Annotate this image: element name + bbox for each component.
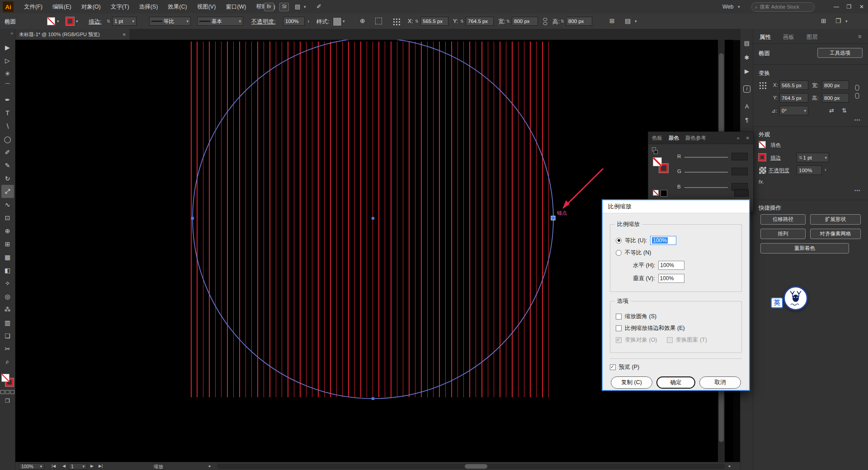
fx-button[interactable]: fx. [759, 179, 764, 184]
tab-color[interactable]: 颜色 [669, 135, 679, 141]
brush-icon[interactable]: ✐ [316, 0, 321, 14]
spectrum-swatch[interactable] [734, 189, 749, 197]
x-stepper-icon[interactable]: ⇅ [415, 19, 418, 24]
zoom-tool[interactable]: ⌕ [1, 355, 14, 368]
opacity-chevron-icon[interactable]: › [307, 18, 309, 24]
color-fill-swatch[interactable] [653, 157, 662, 166]
next-artboard-icon[interactable]: ▶ [90, 464, 94, 468]
slice-tool[interactable]: ✂ [1, 342, 14, 355]
rotate-tool[interactable]: ↻ [1, 172, 14, 185]
stroke-weight-field[interactable]: 1 pt ▾ [112, 17, 137, 26]
workspace-caret-icon[interactable]: ▾ [738, 0, 740, 14]
stock-search-input[interactable]: ⌕ 搜索 Adobe Stock [751, 2, 815, 12]
scale-strokes-checkbox[interactable] [616, 325, 622, 331]
nonuniform-radio[interactable] [616, 250, 622, 256]
prop-x-field[interactable]: 565.5 px [779, 80, 808, 90]
panel-icon-paragraph[interactable]: ¶ [741, 117, 753, 123]
menu-object[interactable]: 对象(O) [76, 0, 106, 14]
tool-options-button[interactable]: 工具选项 [817, 48, 863, 58]
artboard-tool[interactable]: ❏ [1, 329, 14, 342]
scale-tool[interactable]: ⤢ [1, 185, 14, 198]
scale-corners-checkbox[interactable] [616, 314, 622, 320]
eyedropper-tool[interactable]: ✧ [1, 277, 14, 290]
blend-tool[interactable]: ◎ [1, 290, 14, 303]
recolor-button[interactable]: 重新着色 [760, 243, 849, 254]
channel-b-slider[interactable] [684, 187, 728, 188]
workspace-layout-caret-icon[interactable]: ▾ [845, 19, 848, 24]
width-profile-dropdown[interactable]: 等比 ▾ [149, 17, 191, 26]
line-segment-tool[interactable]: ∖ [1, 119, 14, 132]
drawing-modes[interactable] [0, 390, 14, 394]
stroke-swatch[interactable] [66, 17, 74, 25]
channel-g-slider[interactable] [684, 172, 728, 173]
pencil-tool[interactable]: ✎ [1, 159, 14, 172]
appearance-stroke-label[interactable]: 描边 [770, 155, 781, 161]
menu-file[interactable]: 文件(F) [19, 0, 47, 14]
anchor-point-right-selected[interactable] [551, 216, 555, 220]
y-field[interactable]: 764.5 px [466, 17, 494, 26]
symbol-sprayer-tool[interactable]: ⁂ [1, 303, 14, 316]
stroke-weight-label[interactable]: 描边: [89, 18, 101, 26]
close-button[interactable]: ✕ [855, 0, 868, 14]
workspace-switcher[interactable]: Web [722, 0, 733, 14]
appearance-more-icon[interactable]: ••• [854, 188, 861, 193]
prop-angle-field[interactable]: 0° ▾ [779, 106, 808, 115]
menu-select[interactable]: 选择(S) [134, 0, 163, 14]
status-popup-icon[interactable]: ▸ [209, 464, 211, 468]
align-pixel-grid-button[interactable]: 对齐像素网格 [810, 229, 861, 239]
menu-window[interactable]: 窗口(W) [221, 0, 251, 14]
arrange-button[interactable]: 排列 [760, 229, 806, 239]
anchor-point-bottom[interactable] [372, 397, 374, 400]
reference-point-selector[interactable] [759, 81, 767, 89]
appearance-stroke-field[interactable]: ⇅ 1 pt ▾ [797, 153, 829, 162]
offset-path-button[interactable]: 位移路径 [760, 214, 806, 225]
horizontal-scrollbar-thumb[interactable] [465, 464, 487, 469]
channel-r-value[interactable] [731, 153, 748, 160]
channel-r-slider[interactable] [684, 157, 728, 158]
transform-menu-caret-icon[interactable]: ▾ [635, 19, 637, 24]
center-point[interactable] [372, 217, 374, 220]
toolbar-fill-swatch[interactable] [1, 374, 9, 382]
y-stepper-icon[interactable]: ⇅ [460, 19, 463, 24]
selection-tool[interactable]: ▶ [1, 41, 14, 54]
workspace-layout-icon[interactable]: ❐ [835, 17, 841, 24]
screen-mode-icon[interactable]: ❐ [5, 398, 10, 404]
constrain-proportions-icon[interactable] [542, 18, 549, 25]
document-close-icon[interactable]: ✕ [123, 32, 126, 37]
brush-definition-dropdown[interactable]: 基本 ▾ [197, 17, 243, 26]
panel-collapse-icon[interactable]: « [737, 136, 740, 141]
direct-selection-tool[interactable]: ▷ [1, 54, 14, 67]
menu-edit[interactable]: 编辑(E) [47, 0, 76, 14]
panel-menu-icon[interactable]: ≡ [858, 33, 861, 40]
appearance-opacity-field[interactable]: 100% [797, 165, 822, 175]
panel-icon-gear[interactable]: ✱ [741, 54, 753, 61]
stock-button[interactable]: St [279, 3, 289, 11]
copy-button[interactable]: 复制 (C) [611, 376, 652, 389]
first-artboard-icon[interactable]: |◀ [52, 464, 56, 468]
shape-builder-tool[interactable]: ⊕ [1, 224, 14, 237]
magic-wand-tool[interactable]: ✳ [1, 67, 14, 80]
ime-indicator[interactable]: 英 [771, 297, 783, 308]
cancel-button[interactable]: 取消 [699, 376, 741, 389]
pen-tool[interactable]: ✒ [1, 93, 14, 106]
height-field[interactable]: 800 px [566, 17, 592, 26]
align-icon[interactable]: ⊞ [609, 17, 615, 24]
x-field[interactable]: 565.5 px [420, 17, 448, 26]
tab-color-guide[interactable]: 颜色参考 [685, 135, 706, 141]
panel-icon-character[interactable]: A [741, 103, 753, 110]
panel-icon-info[interactable]: i [741, 85, 753, 93]
transform-objects-checkbox[interactable] [616, 337, 622, 343]
horizontal-input[interactable]: 100% [658, 261, 684, 270]
menu-type[interactable]: 文字(T) [106, 0, 134, 14]
tab-swatches[interactable]: 色板 [652, 135, 662, 141]
black-swatch[interactable] [660, 190, 667, 197]
panel-icon-libraries[interactable]: ▤ [741, 40, 753, 47]
prop-height-field[interactable]: 800 px [822, 93, 849, 103]
flip-horizontal-icon[interactable]: ⇄ [829, 107, 834, 114]
tab-artboards[interactable]: 画板 [783, 33, 794, 41]
opacity-chevron2-icon[interactable]: › [825, 167, 826, 172]
stroke-caret-icon[interactable]: ▾ [76, 19, 78, 24]
column-graph-tool[interactable]: ▥ [1, 316, 14, 329]
opacity-label[interactable]: 不透明度: [251, 18, 275, 26]
appearance-fill-swatch[interactable] [759, 141, 766, 148]
